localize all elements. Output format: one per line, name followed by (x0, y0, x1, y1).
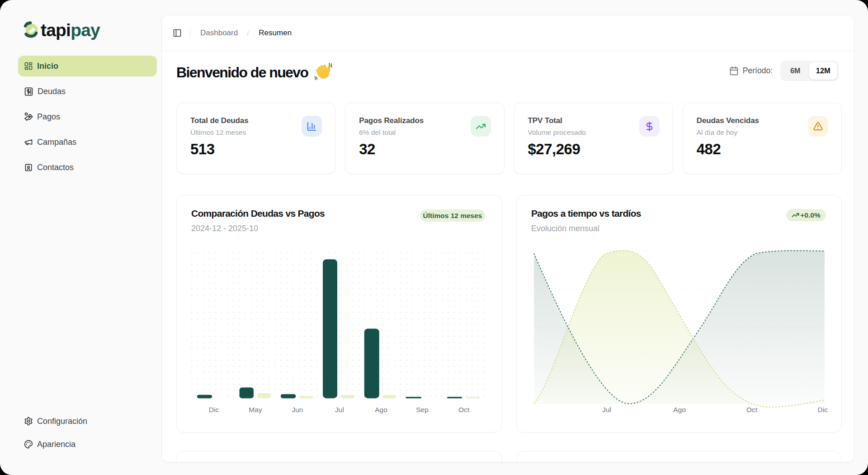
svg-text:Dic: Dic (818, 406, 828, 413)
svg-text:Dic: Dic (209, 406, 219, 413)
svg-text:Oct: Oct (458, 406, 470, 413)
svg-text:Oct: Oct (746, 406, 758, 413)
svg-text:May: May (249, 406, 262, 413)
svg-text:Jun: Jun (292, 406, 303, 413)
svg-text:Jul: Jul (602, 406, 611, 413)
svg-text:Ago: Ago (673, 406, 686, 413)
svg-text:Sep: Sep (416, 406, 429, 413)
svg-text:Ago: Ago (375, 406, 387, 413)
svg-text:Jul: Jul (335, 406, 344, 413)
